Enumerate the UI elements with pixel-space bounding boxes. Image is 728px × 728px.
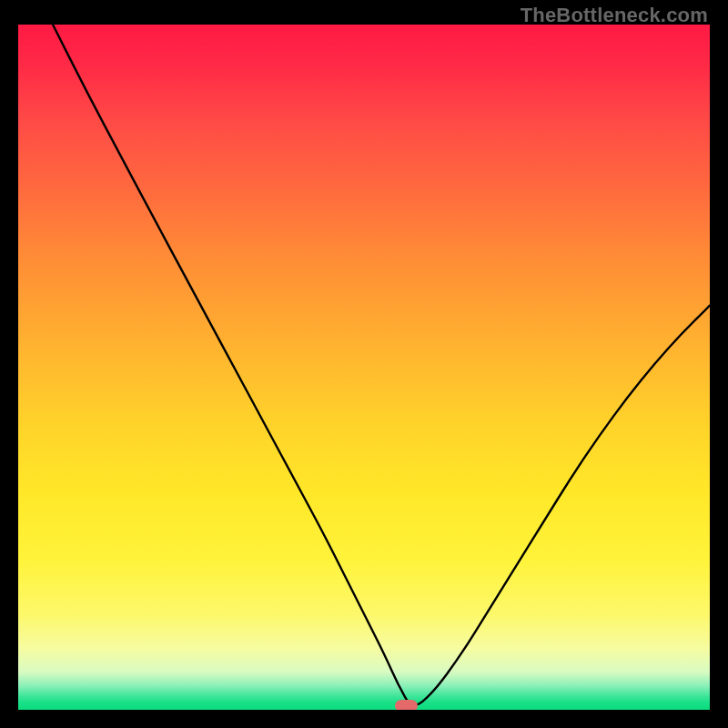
chart-frame: TheBottleneck.com: [0, 0, 728, 728]
minimum-marker: [395, 700, 418, 710]
bottleneck-curve: [18, 25, 710, 710]
plot-area: [18, 25, 710, 710]
